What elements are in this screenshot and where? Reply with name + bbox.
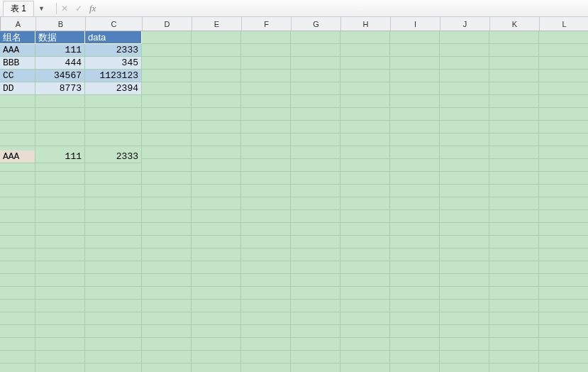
cell[interactable] <box>539 300 588 312</box>
cell[interactable] <box>489 185 539 197</box>
cell[interactable] <box>35 351 85 363</box>
cell[interactable] <box>539 159 588 172</box>
cell[interactable] <box>241 121 291 133</box>
cell[interactable] <box>390 159 440 172</box>
cell[interactable] <box>192 172 241 185</box>
cell[interactable] <box>192 210 241 223</box>
cell[interactable] <box>35 338 85 351</box>
cell[interactable] <box>192 146 241 159</box>
cell[interactable] <box>192 223 241 236</box>
cell[interactable] <box>340 57 390 70</box>
cell[interactable] <box>340 197 390 210</box>
cell[interactable] <box>0 287 35 300</box>
cell[interactable] <box>489 197 539 210</box>
cell[interactable] <box>241 172 291 185</box>
cell[interactable] <box>390 261 440 274</box>
cell[interactable] <box>142 210 192 223</box>
row-name[interactable]: DD <box>0 82 35 95</box>
cell[interactable] <box>35 172 85 185</box>
cell[interactable] <box>440 223 489 236</box>
cell[interactable] <box>440 31 489 44</box>
cell[interactable] <box>440 185 489 197</box>
cell[interactable] <box>0 248 35 261</box>
cell[interactable] <box>340 172 390 185</box>
cell[interactable] <box>390 185 440 197</box>
col-header-H[interactable]: H <box>341 17 391 31</box>
cell[interactable] <box>390 287 440 300</box>
cell[interactable] <box>440 133 489 146</box>
cell[interactable] <box>440 312 489 325</box>
cell[interactable] <box>340 261 390 274</box>
cell[interactable] <box>85 351 142 363</box>
cell[interactable] <box>440 57 489 70</box>
cell[interactable] <box>241 82 291 95</box>
col-header-J[interactable]: J <box>440 17 490 31</box>
cell[interactable] <box>340 210 390 223</box>
cell[interactable] <box>85 363 142 372</box>
cell[interactable] <box>0 108 35 121</box>
cell[interactable] <box>142 82 192 95</box>
cell[interactable] <box>440 236 489 248</box>
cell[interactable] <box>539 70 588 82</box>
cell[interactable] <box>390 338 440 351</box>
cell[interactable] <box>0 363 35 372</box>
table-header[interactable]: 数据 <box>35 31 85 44</box>
cell[interactable] <box>241 95 291 108</box>
cell[interactable] <box>390 57 440 70</box>
cell[interactable] <box>85 274 142 287</box>
col-header-C[interactable]: C <box>86 17 143 31</box>
cell[interactable] <box>539 82 588 95</box>
cell[interactable] <box>489 44 539 57</box>
cell[interactable] <box>539 210 588 223</box>
cell[interactable] <box>192 44 241 57</box>
fx-label[interactable]: fx <box>89 3 96 14</box>
cell[interactable] <box>192 351 241 363</box>
selection-echo-cell[interactable]: 111 <box>35 151 85 163</box>
cell[interactable] <box>291 312 340 325</box>
cell[interactable] <box>0 274 35 287</box>
table-header[interactable]: 组名 <box>0 31 35 44</box>
cell[interactable] <box>142 261 192 274</box>
row-value[interactable]: 2394 <box>85 82 142 95</box>
row-value[interactable]: 8773 <box>35 82 85 95</box>
cell[interactable] <box>440 261 489 274</box>
cell[interactable] <box>489 300 539 312</box>
cell[interactable] <box>85 325 142 338</box>
cell[interactable] <box>241 261 291 274</box>
cell[interactable] <box>85 312 142 325</box>
cell[interactable] <box>241 363 291 372</box>
cell[interactable] <box>340 248 390 261</box>
cell[interactable] <box>192 185 241 197</box>
cell[interactable] <box>241 31 291 44</box>
cell[interactable] <box>390 146 440 159</box>
sheet-tab[interactable]: 表 1 <box>3 1 34 16</box>
cell[interactable] <box>539 325 588 338</box>
cell[interactable] <box>241 351 291 363</box>
cell[interactable] <box>440 351 489 363</box>
cell[interactable] <box>142 185 192 197</box>
cell[interactable] <box>0 95 35 108</box>
cell[interactable] <box>241 325 291 338</box>
cell[interactable] <box>192 248 241 261</box>
cell[interactable] <box>142 70 192 82</box>
cell[interactable] <box>390 133 440 146</box>
cell[interactable] <box>241 287 291 300</box>
cell[interactable] <box>440 210 489 223</box>
cell[interactable] <box>192 197 241 210</box>
cell[interactable] <box>489 312 539 325</box>
cell[interactable] <box>192 363 241 372</box>
cell[interactable] <box>291 363 340 372</box>
cell[interactable] <box>291 197 340 210</box>
cell[interactable] <box>489 70 539 82</box>
cell[interactable] <box>241 223 291 236</box>
cell[interactable] <box>241 312 291 325</box>
cell[interactable] <box>340 70 390 82</box>
cell[interactable] <box>291 325 340 338</box>
cell[interactable] <box>142 363 192 372</box>
cell[interactable] <box>440 108 489 121</box>
cell[interactable] <box>489 351 539 363</box>
cell[interactable] <box>291 57 340 70</box>
cell[interactable] <box>0 185 35 197</box>
cell[interactable] <box>85 172 142 185</box>
cell[interactable] <box>192 261 241 274</box>
